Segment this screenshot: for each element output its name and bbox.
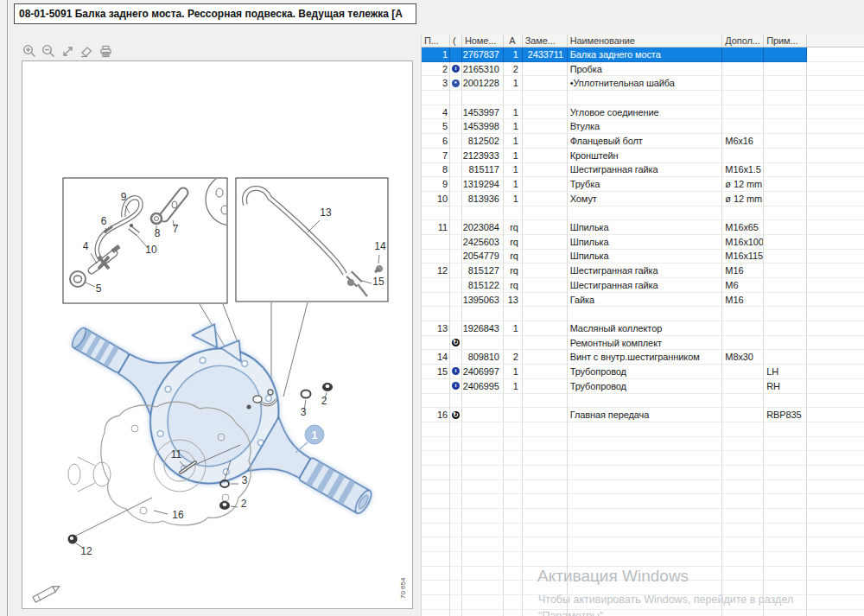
table-row-empty[interactable] — [422, 91, 864, 105]
table-row[interactable]: 913192941Трубкаø 12 mm — [422, 177, 864, 192]
table-row[interactable]: 2054779rqШпилькаM16x115 — [422, 250, 864, 264]
eraser-icon[interactable] — [79, 43, 94, 59]
callout-3[interactable]: 3 — [242, 474, 248, 486]
diagram-panel[interactable]: 1 70 654 968741051314152311321612 — [22, 60, 413, 609]
column-header-num[interactable]: Номе... — [462, 35, 504, 48]
table-row[interactable]: 139506313ГайкаM16 — [422, 293, 864, 308]
table-row-empty[interactable] — [422, 537, 864, 552]
table-row[interactable]: 721239331Кронштейн — [422, 149, 864, 163]
info-icon[interactable]: i — [452, 382, 460, 390]
table-row[interactable]: 2i21653102Пробка — [422, 62, 864, 77]
callout-7[interactable]: 7 — [173, 223, 179, 235]
info-icon[interactable]: i — [452, 65, 460, 73]
table-row-empty[interactable] — [422, 307, 864, 321]
table-row-empty[interactable] — [422, 466, 864, 480]
kit-icon[interactable]: * — [452, 79, 460, 87]
table-row-empty[interactable] — [422, 552, 864, 567]
table-row[interactable]: 514539981Втулка — [422, 119, 864, 134]
fit-view-icon[interactable] — [60, 43, 75, 59]
info-icon[interactable]: i — [452, 367, 460, 375]
column-header-repl[interactable]: Заме... — [523, 35, 568, 48]
table-row[interactable]: 68125021Фланцевый болтM6x16 — [422, 134, 864, 149]
callout-12[interactable]: 12 — [80, 545, 92, 557]
table-row[interactable]: 108139361Хомутø 12 mm — [422, 192, 864, 206]
table-row[interactable]: 15i24069971ТрубопроводLH — [422, 365, 864, 379]
column-header-note[interactable]: Прим... — [764, 35, 807, 48]
column-header-extra[interactable]: Допол... — [722, 35, 764, 48]
cell-note — [764, 567, 807, 581]
table-row[interactable]: 112023084rqШпилькаM16x65 — [422, 220, 864, 235]
cell-pos — [422, 336, 450, 351]
table-row-empty[interactable] — [422, 206, 864, 221]
table-row-empty[interactable] — [422, 422, 864, 437]
table-row[interactable]: 414539971Угловое соединение — [422, 105, 864, 120]
axle-diagram: 1 70 654 968741051314152311321612 — [22, 61, 412, 608]
cell-qty: rq — [504, 278, 523, 293]
table-row[interactable]: 815122rqШестигранная гайкаM6 — [422, 278, 864, 293]
cell-name: Кронштейн — [568, 149, 723, 163]
exchange-icon[interactable]: ↻ — [452, 339, 460, 346]
cell-name — [568, 451, 723, 466]
table-row[interactable]: 3*20012281•Уплотнительная шайба — [422, 76, 864, 91]
table-row-empty[interactable] — [422, 494, 864, 509]
table-row-empty[interactable] — [422, 394, 864, 409]
table-row[interactable]: 12815127rqШестигранная гайкаM16 — [422, 264, 864, 278]
callout-4[interactable]: 4 — [83, 240, 89, 252]
cell-extra: ø 12 mm — [722, 192, 764, 206]
callout-8[interactable]: 8 — [155, 227, 161, 239]
cell-note — [764, 537, 807, 552]
table-row[interactable]: 2425603rqШпилькаM16x100 — [422, 235, 864, 250]
print-icon[interactable] — [98, 43, 113, 59]
cell-qty — [504, 336, 523, 351]
callout-3[interactable]: 3 — [301, 406, 307, 418]
table-row-empty[interactable] — [422, 480, 864, 495]
table-row-empty[interactable] — [422, 610, 864, 616]
table-row-empty[interactable] — [422, 451, 864, 466]
table-row-empty[interactable] — [422, 524, 864, 538]
table-row[interactable]: 88151171Шестигранная гайкаM16x1.5 — [422, 163, 864, 178]
callout-11[interactable]: 11 — [171, 448, 182, 460]
callout-10[interactable]: 10 — [145, 244, 157, 256]
cell-pos: 14 — [422, 350, 450, 365]
cell-name: •Уплотнительная шайба — [568, 76, 723, 91]
callout-9[interactable]: 9 — [121, 191, 127, 203]
table-row[interactable]: i24069951ТрубопроводRH — [422, 379, 864, 394]
zoom-out-icon[interactable] — [41, 43, 56, 59]
cell-note — [764, 552, 807, 567]
cell-qty: 1 — [504, 365, 523, 379]
panel-splitter[interactable] — [7, 0, 9, 616]
column-header-icon[interactable]: ( — [450, 35, 462, 48]
callout-2[interactable]: 2 — [241, 498, 247, 510]
cell-extra — [722, 466, 764, 480]
callout-13[interactable]: 13 — [320, 206, 332, 219]
callout-16[interactable]: 16 — [172, 509, 184, 521]
cell-qty — [504, 422, 523, 437]
zoom-in-icon[interactable] — [22, 43, 37, 59]
table-row[interactable]: 1319268431Масляный коллектор — [422, 321, 864, 336]
callout-2[interactable]: 2 — [321, 395, 327, 407]
exchange-icon[interactable]: ↻ — [452, 411, 460, 419]
cell-repl — [523, 437, 568, 452]
table-row[interactable]: 16↻Главная передачаRBP835 — [422, 408, 864, 422]
cell-pad — [807, 264, 864, 278]
cell-pos: 12 — [422, 264, 450, 278]
cell-qty — [504, 552, 523, 567]
column-header-pos[interactable]: П... — [422, 35, 450, 48]
cell-icon — [450, 537, 462, 552]
column-header-pad[interactable] — [807, 35, 864, 48]
table-row[interactable]: 1276783712433711Балка заднего моста — [422, 48, 864, 62]
table-row-empty[interactable] — [422, 509, 864, 524]
table-row[interactable]: ↻Ремонтный комплект — [422, 336, 864, 351]
cell-repl — [523, 250, 568, 264]
callout-6[interactable]: 6 — [101, 215, 107, 227]
table-row[interactable]: 148098102Винт с внутр.шестигранникомM8x3… — [422, 350, 864, 365]
cell-extra — [722, 48, 764, 62]
cell-icon — [450, 422, 462, 437]
callout-15[interactable]: 15 — [372, 276, 384, 288]
callout-14[interactable]: 14 — [374, 240, 386, 252]
column-header-qty[interactable]: А — [504, 35, 523, 48]
table-row-empty[interactable] — [422, 437, 864, 452]
column-header-name[interactable]: Наименование — [568, 35, 723, 48]
cell-icon — [450, 177, 462, 192]
callout-5[interactable]: 5 — [96, 283, 102, 295]
